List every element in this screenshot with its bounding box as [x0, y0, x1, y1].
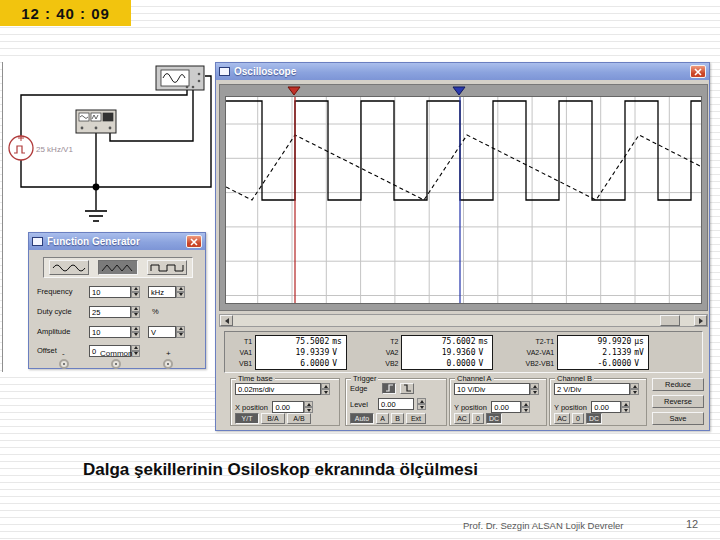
clock-source[interactable]: [9, 135, 33, 160]
close-icon: [694, 68, 702, 76]
trigger-b-button[interactable]: B: [391, 413, 404, 424]
readout-group-2: T2 VA2 VB2 75.6002ms 19.9360V 0.0000V: [385, 335, 493, 370]
amplitude-unit-field[interactable]: V: [148, 326, 176, 338]
frequency-spinner[interactable]: [131, 286, 140, 298]
readout-value: 6.0000: [256, 358, 329, 369]
readout-label: T2-T1: [525, 336, 554, 347]
ground-symbol[interactable]: [85, 211, 107, 221]
function-generator-icon[interactable]: [76, 110, 116, 133]
timebase-group: Time base 0.02ms/div X position 0.00 Y/T…: [230, 378, 340, 426]
sine-wave-button[interactable]: [49, 260, 89, 275]
triangle-wave-icon: [101, 261, 135, 275]
channel-b-ac-button[interactable]: AC: [554, 413, 570, 424]
channel-a-dc-button[interactable]: DC: [486, 413, 502, 424]
frequency-unit-spinner[interactable]: [176, 286, 185, 298]
reverse-button[interactable]: Reverse: [652, 395, 704, 408]
page-number: 12: [686, 518, 698, 530]
readout-value: 19.9360: [402, 347, 475, 358]
slide-background: 12 : 40 : 09: [0, 0, 720, 540]
readout-value: 75.6002: [402, 336, 475, 347]
readout-value: -6.0000: [558, 358, 631, 369]
oscilloscope-icon[interactable]: [156, 66, 204, 90]
amplitude-unit-spinner[interactable]: [176, 326, 185, 338]
frequency-unit-field[interactable]: kHz: [148, 286, 176, 298]
readout-label: VA1: [239, 347, 252, 358]
reduce-button[interactable]: Reduce: [652, 378, 704, 391]
channel-b-scale-spinner[interactable]: [630, 383, 639, 395]
channel-b-group: Channel B 2 V/Div Y position 0.00 AC 0 D…: [549, 378, 647, 426]
cursor-2-flag: [453, 87, 465, 95]
close-button[interactable]: [690, 65, 706, 78]
oscilloscope-title: Oscilloscope: [234, 66, 296, 77]
readout-label: VA2: [385, 347, 398, 358]
readout-unit: V: [329, 358, 346, 369]
window-icon: [219, 67, 230, 76]
plus-terminal[interactable]: [163, 359, 173, 369]
trigger-ext-button[interactable]: Ext: [406, 413, 426, 424]
common-terminal[interactable]: [111, 359, 121, 369]
readout-value: 99.9920: [558, 336, 631, 347]
edge-label: Edge: [350, 384, 378, 393]
timebase-scale-spinner[interactable]: [321, 383, 330, 395]
readout-label: VB2: [385, 358, 398, 369]
timebase-legend: Time base: [236, 374, 275, 383]
channel-a-scale-field[interactable]: 10 V/Div: [454, 383, 530, 395]
channel-b-zero-button[interactable]: 0: [572, 413, 584, 424]
timebase-scale-field[interactable]: 0.02ms/div: [235, 383, 321, 395]
mode-ab-button[interactable]: A/B: [287, 413, 311, 424]
level-field[interactable]: 0.00: [378, 398, 414, 410]
channel-b-dc-button[interactable]: DC: [586, 413, 602, 424]
x-position-spinner[interactable]: [304, 401, 313, 413]
readout-box: 99.9920µs 2.1339mV -6.0000V: [557, 335, 649, 370]
amplitude-field[interactable]: 10: [89, 326, 131, 338]
channel-b-position-label: Y position: [554, 403, 587, 412]
clock-time: 12 : 40 : 09: [21, 5, 110, 22]
triangle-wave-button[interactable]: [98, 260, 138, 275]
clock-display: 12 : 40 : 09: [0, 0, 131, 26]
close-button[interactable]: [186, 235, 202, 248]
readout-label: VB2-VB1: [525, 358, 554, 369]
scroll-right-button[interactable]: [694, 315, 707, 326]
scope-hscrollbar[interactable]: [219, 314, 708, 327]
readout-unit: ms: [329, 336, 346, 347]
minus-terminal[interactable]: [59, 359, 69, 369]
readout-unit: V: [475, 347, 492, 358]
channel-b-scale-field[interactable]: 2 V/Div: [554, 383, 630, 395]
trigger-a-button[interactable]: A: [376, 413, 389, 424]
trigger-auto-button[interactable]: Auto: [350, 413, 374, 424]
x-position-field[interactable]: 0.00: [272, 401, 304, 413]
frequency-field[interactable]: 10: [89, 286, 131, 298]
duty-cycle-spinner[interactable]: [131, 306, 140, 318]
duty-cycle-field[interactable]: 25: [89, 306, 131, 318]
channel-a-position-label: Y position: [454, 403, 487, 412]
edge-falling-button[interactable]: [400, 383, 414, 394]
channel-b-position-spinner[interactable]: [621, 401, 630, 413]
scope-screen[interactable]: [225, 96, 702, 304]
common-terminal-label: Common: [100, 349, 132, 358]
function-generator-titlebar[interactable]: Function Generator: [29, 233, 205, 250]
close-icon: [190, 238, 198, 246]
save-button[interactable]: Save: [652, 412, 704, 425]
channel-a-zero-button[interactable]: 0: [472, 413, 484, 424]
channel-a-scale-spinner[interactable]: [530, 383, 539, 395]
junction-dot: [93, 184, 100, 191]
edge-rising-button[interactable]: [382, 383, 396, 394]
mode-yt-button[interactable]: Y/T: [235, 413, 259, 424]
cursor-flags[interactable]: [225, 86, 702, 96]
square-wave-button[interactable]: [147, 260, 187, 275]
oscilloscope-titlebar[interactable]: Oscilloscope: [216, 63, 709, 80]
scroll-thumb[interactable]: [660, 315, 680, 326]
square-wave-icon: [150, 261, 184, 275]
channel-a-group: Channel A 10 V/Div Y position 0.00 AC 0 …: [449, 378, 547, 426]
channel-a-position-spinner[interactable]: [521, 401, 530, 413]
channel-b-position-field[interactable]: 0.00: [591, 401, 621, 413]
mode-ba-button[interactable]: B/A: [261, 413, 285, 424]
level-spinner[interactable]: [417, 398, 426, 410]
channel-a-ac-button[interactable]: AC: [454, 413, 470, 424]
duty-cycle-label: Duty cycle: [37, 307, 89, 316]
channel-a-position-field[interactable]: 0.00: [491, 401, 521, 413]
trigger-group: Trigger Edge Level 0.00 Auto A B Ext: [345, 378, 447, 426]
scroll-left-button[interactable]: [220, 315, 233, 326]
amplitude-spinner[interactable]: [131, 326, 140, 338]
readout-panel: T1 VA1 VB1 75.5002ms 19.9339V 6.0000V T2…: [224, 331, 703, 373]
